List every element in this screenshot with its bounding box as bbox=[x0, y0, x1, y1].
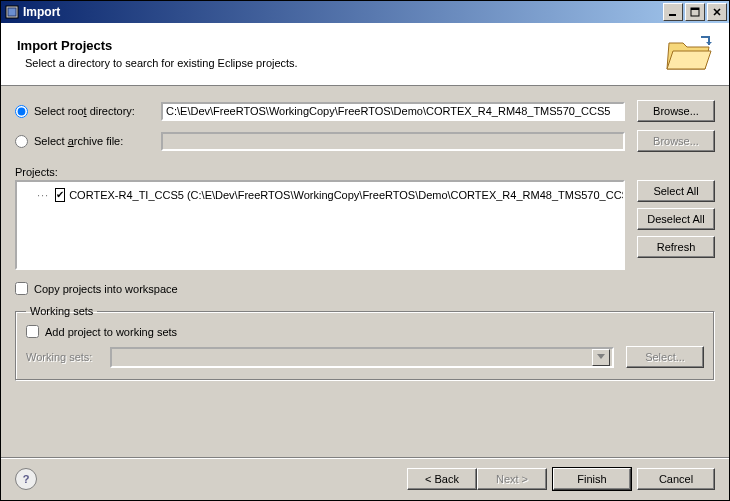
add-to-working-sets-checkbox[interactable] bbox=[26, 325, 39, 338]
chevron-down-icon bbox=[592, 349, 610, 366]
finish-button[interactable]: Finish bbox=[553, 468, 631, 490]
wizard-heading: Import Projects bbox=[17, 38, 665, 53]
copy-into-workspace-label: Copy projects into workspace bbox=[34, 283, 178, 295]
add-to-working-sets-label: Add project to working sets bbox=[45, 326, 177, 338]
copy-into-workspace-checkbox[interactable] bbox=[15, 282, 28, 295]
app-icon bbox=[5, 5, 19, 19]
maximize-button[interactable] bbox=[685, 3, 705, 21]
cancel-button[interactable]: Cancel bbox=[637, 468, 715, 490]
root-directory-input[interactable] bbox=[161, 102, 625, 121]
browse-archive-button: Browse... bbox=[637, 130, 715, 152]
wizard-subtext: Select a directory to search for existin… bbox=[17, 57, 665, 69]
window-title: Import bbox=[23, 5, 663, 19]
select-all-button[interactable]: Select All bbox=[637, 180, 715, 202]
root-directory-label: Select root directory: bbox=[34, 105, 135, 117]
minimize-button[interactable] bbox=[663, 3, 683, 21]
import-wizard-window: Import Import Projects Select a director… bbox=[0, 0, 730, 501]
svg-marker-8 bbox=[667, 51, 711, 69]
archive-file-radio-input[interactable] bbox=[15, 135, 28, 148]
svg-rect-1 bbox=[8, 8, 16, 16]
working-sets-group: Working sets Add project to working sets… bbox=[15, 305, 715, 381]
next-button: Next > bbox=[477, 468, 547, 490]
folder-import-icon bbox=[665, 33, 713, 73]
wizard-button-bar: ? < Back Next > Finish Cancel bbox=[1, 457, 729, 500]
root-directory-radio[interactable]: Select root directory: bbox=[15, 105, 161, 118]
archive-file-radio[interactable]: Select archive file: bbox=[15, 135, 161, 148]
svg-marker-10 bbox=[597, 354, 605, 359]
archive-file-label: Select archive file: bbox=[34, 135, 123, 147]
working-sets-combo bbox=[110, 347, 614, 368]
deselect-all-button[interactable]: Deselect All bbox=[637, 208, 715, 230]
projects-label: Projects: bbox=[15, 166, 715, 178]
project-item-label: CORTEX-R4_TI_CCS5 (C:\E\Dev\FreeRTOS\Wor… bbox=[69, 189, 625, 201]
root-directory-radio-input[interactable] bbox=[15, 105, 28, 118]
refresh-button[interactable]: Refresh bbox=[637, 236, 715, 258]
project-checkbox[interactable]: ✔ bbox=[55, 188, 65, 202]
archive-file-input bbox=[161, 132, 625, 151]
wizard-content: Select root directory: Browse... Select … bbox=[1, 86, 729, 457]
titlebar: Import bbox=[1, 1, 729, 23]
wizard-banner: Import Projects Select a directory to se… bbox=[1, 23, 729, 86]
projects-list[interactable]: ··· ✔ CORTEX-R4_TI_CCS5 (C:\E\Dev\FreeRT… bbox=[15, 180, 625, 270]
window-controls bbox=[663, 3, 727, 21]
svg-rect-4 bbox=[691, 8, 699, 10]
tree-connector: ··· bbox=[37, 189, 49, 201]
working-sets-select-button: Select... bbox=[626, 346, 704, 368]
back-button[interactable]: < Back bbox=[407, 468, 477, 490]
working-sets-field-label: Working sets: bbox=[26, 351, 110, 363]
browse-root-button[interactable]: Browse... bbox=[637, 100, 715, 122]
working-sets-legend: Working sets bbox=[26, 305, 97, 317]
close-button[interactable] bbox=[707, 3, 727, 21]
svg-rect-2 bbox=[669, 14, 676, 16]
project-item[interactable]: ··· ✔ CORTEX-R4_TI_CCS5 (C:\E\Dev\FreeRT… bbox=[21, 188, 619, 202]
svg-marker-9 bbox=[706, 42, 712, 45]
help-icon[interactable]: ? bbox=[15, 468, 37, 490]
